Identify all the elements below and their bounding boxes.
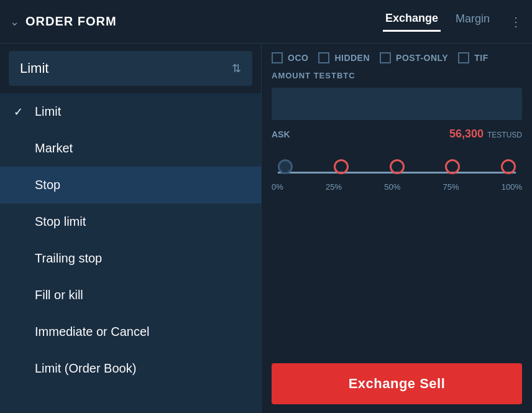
checkbox-post-only-box[interactable]	[380, 52, 391, 63]
right-panel: OCO HIDDEN POST-ONLY TIF AMOUNT TESTBTC	[261, 44, 532, 413]
slider-track[interactable]	[278, 172, 516, 174]
dropdown-item-label: Market	[35, 141, 73, 155]
amount-label: AMOUNT TESTBTC	[272, 71, 522, 80]
left-panel: Limit ⇅ ✓ Limit Market Stop	[0, 44, 261, 413]
header: ⌄ ORDER FORM Exchange Margin ⋮	[0, 0, 532, 44]
dropdown-item-market[interactable]: Market	[0, 130, 261, 167]
slider-dot-50[interactable]	[390, 159, 405, 174]
dropdown-item-label: Trailing stop	[35, 251, 102, 266]
checkbox-hidden-label: HIDDEN	[334, 53, 370, 63]
ask-label: ASK	[272, 129, 290, 139]
order-form-container: ⌄ ORDER FORM Exchange Margin ⋮ Limit ⇅ ✓…	[0, 0, 532, 413]
dropdown-item-fill-or-kill[interactable]: Fill or kill	[0, 277, 261, 313]
amount-slider[interactable]: 0% 25% 50% 75% 100%	[272, 148, 522, 197]
checkbox-hidden-box[interactable]	[318, 52, 329, 63]
selected-order-type: Limit	[20, 60, 48, 77]
more-icon[interactable]: ⋮	[510, 14, 522, 29]
header-title: ⌄ ORDER FORM	[10, 14, 383, 29]
checkbox-tif-box[interactable]	[458, 52, 469, 63]
dropdown-item-label: Immediate or Cancel	[35, 325, 150, 339]
slider-dot-0[interactable]	[278, 159, 293, 174]
dropdown-item-immediate-or-cancel[interactable]: Immediate or Cancel	[0, 313, 261, 350]
ask-row: ASK 56,300 TESTUSD	[272, 128, 522, 141]
dropdown-item-label: Stop	[35, 178, 60, 192]
dropdown-item-label: Fill or kill	[35, 288, 83, 302]
order-type-selector[interactable]: Limit ⇅	[9, 51, 252, 86]
slider-dot-25[interactable]	[334, 159, 349, 174]
checkbox-oco-box[interactable]	[272, 52, 283, 63]
dropdown-item-label: Stop limit	[35, 215, 86, 229]
checkmark-icon: ✓	[14, 105, 29, 119]
header-tabs: Exchange Margin ⋮	[383, 12, 522, 32]
ask-price: 56,300	[449, 128, 484, 141]
checkbox-oco[interactable]: OCO	[272, 52, 308, 63]
ask-currency: TESTUSD	[487, 131, 522, 139]
dropdown-item-trailing-stop[interactable]: Trailing stop	[0, 240, 261, 277]
page-title: ORDER FORM	[25, 14, 117, 29]
checkbox-tif[interactable]: TIF	[458, 52, 488, 63]
dropdown-item-stop[interactable]: Stop	[0, 167, 261, 203]
checkbox-post-only[interactable]: POST-ONLY	[380, 52, 448, 63]
dropdown-item-limit[interactable]: ✓ Limit	[0, 93, 261, 130]
checkbox-oco-label: OCO	[288, 53, 308, 63]
dropdown-item-label: Limit	[35, 104, 61, 119]
checkbox-post-only-label: POST-ONLY	[396, 53, 448, 63]
main-content: Limit ⇅ ✓ Limit Market Stop	[0, 44, 532, 413]
select-arrows-icon: ⇅	[232, 62, 241, 75]
slider-dot-100[interactable]	[501, 159, 516, 174]
dropdown-item-stop-limit[interactable]: Stop limit	[0, 203, 261, 240]
checkbox-tif-label: TIF	[474, 53, 488, 63]
ask-value: 56,300 TESTUSD	[449, 128, 522, 141]
slider-dot-75[interactable]	[445, 159, 460, 174]
dropdown-item-limit-order-book[interactable]: Limit (Order Book)	[0, 350, 261, 387]
order-type-dropdown: ✓ Limit Market Stop Stop limit	[0, 93, 261, 413]
exchange-sell-button[interactable]: Exchange Sell	[272, 363, 522, 404]
amount-input-field[interactable]	[272, 88, 522, 120]
chevron-down-icon: ⌄	[10, 15, 19, 29]
checkboxes-row: OCO HIDDEN POST-ONLY TIF	[272, 52, 522, 63]
dropdown-item-label: Limit (Order Book)	[35, 361, 136, 376]
checkbox-hidden[interactable]: HIDDEN	[318, 52, 370, 63]
tab-margin[interactable]: Margin	[453, 12, 492, 30]
tab-exchange[interactable]: Exchange	[383, 12, 441, 32]
